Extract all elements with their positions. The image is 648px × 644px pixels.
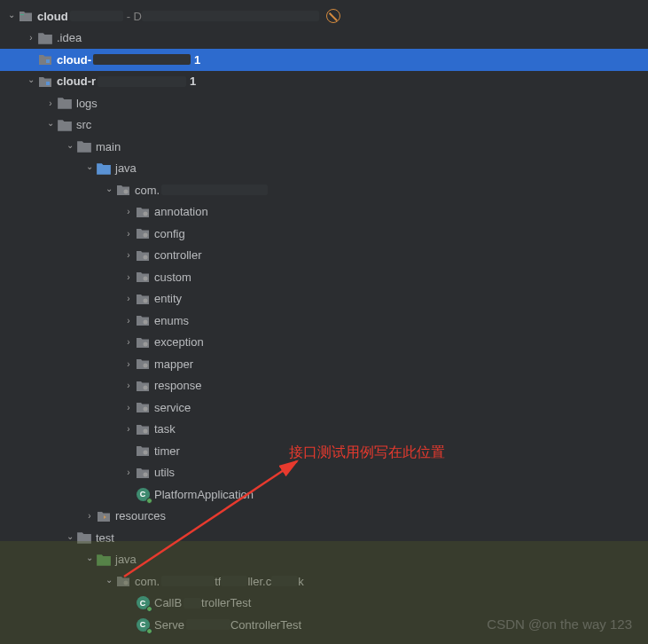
chevron-icon[interactable]: › xyxy=(122,207,135,216)
chevron-icon[interactable]: › xyxy=(122,359,135,369)
tree-row[interactable]: ⌄test xyxy=(0,527,648,549)
class-run-icon: C xyxy=(135,618,151,632)
tree-label: annotation xyxy=(154,205,208,218)
tree-label: cloud xyxy=(37,10,68,23)
tree-row[interactable]: ⌄cloud-r1 xyxy=(0,71,648,93)
chevron-icon[interactable]: ⌄ xyxy=(103,575,115,585)
tree-row[interactable]: ›utils xyxy=(0,462,648,484)
svg-point-13 xyxy=(144,407,148,412)
tree-row[interactable]: ·CCallBtrollerTest xyxy=(0,593,648,615)
tree-row[interactable]: ›entity xyxy=(0,288,648,310)
svg-point-3 xyxy=(124,190,129,194)
tree-label: entity xyxy=(154,292,182,305)
project-tree[interactable]: ⌄cloud - D›.idea·cloud-1⌄cloud-r1›logs⌄s… xyxy=(0,0,648,636)
tree-row[interactable]: ›annotation xyxy=(0,201,648,224)
tree-label: cloud- xyxy=(57,53,91,67)
package-icon xyxy=(135,314,151,326)
tree-label: resources xyxy=(115,509,166,522)
folder-gray-icon xyxy=(57,118,73,132)
tree-row[interactable]: ›logs xyxy=(0,92,648,114)
chevron-icon[interactable]: ⌄ xyxy=(64,140,76,150)
chevron-icon[interactable]: › xyxy=(122,229,135,239)
chevron-icon[interactable]: › xyxy=(122,467,135,477)
tree-row[interactable]: ⌄java xyxy=(0,549,648,571)
package-icon xyxy=(135,227,151,240)
module-icon xyxy=(37,53,53,66)
package-icon xyxy=(115,575,131,587)
package-icon xyxy=(115,184,131,196)
package-icon xyxy=(135,467,151,479)
tree-label: custom xyxy=(154,271,191,284)
tree-label: timer xyxy=(154,444,180,458)
chevron-icon[interactable]: ⌄ xyxy=(5,10,18,20)
chevron-icon[interactable]: › xyxy=(122,294,135,303)
chevron-icon[interactable]: › xyxy=(25,33,37,43)
tree-row[interactable]: ›resources xyxy=(0,506,648,528)
class-run-icon: C xyxy=(135,488,151,501)
chevron-icon[interactable]: › xyxy=(122,337,135,347)
tree-label: cloud-r xyxy=(57,75,96,88)
svg-point-12 xyxy=(144,385,148,389)
tree-row[interactable]: ›task xyxy=(0,419,648,441)
tree-label: logs xyxy=(76,97,98,110)
chevron-icon[interactable]: › xyxy=(122,316,135,326)
chevron-icon[interactable]: ⌄ xyxy=(64,531,76,541)
tree-row[interactable]: ⌄java xyxy=(0,158,648,180)
cancel-icon xyxy=(326,9,340,23)
package-icon xyxy=(135,293,151,305)
tree-label: enums xyxy=(154,314,189,327)
chevron-icon[interactable]: ⌄ xyxy=(44,118,57,128)
watermark: CSDN @on the way 123 xyxy=(487,617,632,632)
svg-point-14 xyxy=(144,428,148,433)
tree-row[interactable]: ›response xyxy=(0,375,648,397)
tree-row[interactable]: ⌄cloud - D xyxy=(0,5,648,27)
tree-label: com. xyxy=(135,184,160,197)
tree-row[interactable]: ›enums xyxy=(0,310,648,332)
chevron-icon[interactable]: › xyxy=(122,403,135,412)
package-icon xyxy=(135,357,151,370)
package-icon xyxy=(135,401,151,413)
folder-res-icon xyxy=(96,510,112,522)
tree-row[interactable]: ⌄com.tfller.ck xyxy=(0,570,648,593)
chevron-icon[interactable]: › xyxy=(122,250,135,260)
tree-row[interactable]: ·CPlatformApplication xyxy=(0,483,648,506)
chevron-icon[interactable]: ⌄ xyxy=(25,75,37,84)
svg-rect-2 xyxy=(46,82,50,85)
chevron-icon[interactable]: › xyxy=(122,272,135,282)
tree-row[interactable]: ⌄src xyxy=(0,114,648,137)
folder-gray-icon xyxy=(37,31,53,45)
tree-row[interactable]: ⌄com. xyxy=(0,179,648,201)
tree-label: mapper xyxy=(154,357,193,371)
chevron-icon[interactable]: ⌄ xyxy=(83,553,96,562)
tree-row[interactable]: ›controller xyxy=(0,245,648,267)
tree-label: CallB xyxy=(154,596,182,609)
tree-label: PlatformApplication xyxy=(154,488,254,501)
svg-point-7 xyxy=(144,277,148,281)
tree-row[interactable]: ›exception xyxy=(0,332,648,354)
chevron-icon[interactable]: ⌄ xyxy=(83,161,96,171)
tree-label: java xyxy=(115,161,137,175)
chevron-icon[interactable]: › xyxy=(44,98,57,108)
chevron-icon[interactable]: › xyxy=(83,511,96,521)
chevron-icon[interactable]: › xyxy=(122,424,135,434)
tree-label: .idea xyxy=(57,31,82,44)
tree-label: task xyxy=(154,422,176,436)
svg-point-17 xyxy=(124,581,129,585)
tree-row[interactable]: ›custom xyxy=(0,266,648,288)
tree-row[interactable]: ›config xyxy=(0,223,648,245)
tree-row[interactable]: ›service xyxy=(0,397,648,419)
tree-label: response xyxy=(154,379,201,392)
tree-row[interactable]: ⌄main xyxy=(0,136,648,158)
svg-point-16 xyxy=(144,472,148,476)
folder-gray-icon xyxy=(76,139,92,153)
tree-label: main xyxy=(96,140,121,153)
tree-row[interactable]: ›.idea xyxy=(0,27,648,50)
chevron-icon[interactable]: ⌄ xyxy=(103,184,115,193)
tree-row[interactable]: ›mapper xyxy=(0,353,648,375)
svg-point-11 xyxy=(144,364,148,368)
svg-point-4 xyxy=(144,211,148,216)
tree-row[interactable]: ·cloud-1 xyxy=(0,49,648,71)
folder-gray-icon xyxy=(57,96,73,110)
svg-point-10 xyxy=(144,342,148,346)
chevron-icon[interactable]: › xyxy=(122,381,135,390)
